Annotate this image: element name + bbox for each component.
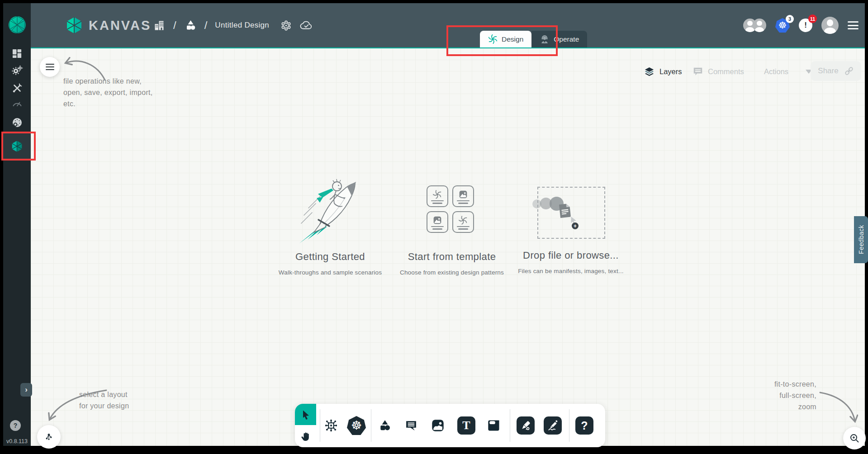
comments-button[interactable]: Comments	[693, 62, 744, 80]
cursor-arrow-icon	[300, 409, 311, 420]
kubernetes-wheel-icon: ☸	[347, 416, 366, 435]
drop-file-card[interactable]: Drop file or browse... Files can be mani…	[496, 250, 645, 274]
tab-operate-label: Operate	[554, 35, 579, 43]
organization-icon[interactable]	[154, 19, 166, 31]
image-glyph	[433, 216, 442, 225]
sidebar-item-performance[interactable]	[3, 96, 31, 111]
header-actions: ☸ 3 ! 11	[743, 3, 859, 47]
feedback-label: Feedback	[858, 225, 865, 255]
feedback-tab[interactable]: Feedback	[854, 216, 868, 263]
comments-icon	[693, 66, 703, 77]
layout-selector-button[interactable]	[37, 425, 61, 449]
component-tool[interactable]	[321, 416, 341, 435]
template-tile	[427, 211, 448, 233]
user-avatar[interactable]	[821, 17, 839, 34]
design-name[interactable]: Untitled Design	[215, 21, 269, 30]
actions-dropdown[interactable]: Actions	[764, 62, 812, 80]
component-chip-icon	[324, 418, 338, 433]
sidebar-item-dashboard[interactable]	[3, 46, 31, 61]
window-shape-icon	[487, 419, 501, 432]
meshery-ball-icon	[7, 15, 27, 35]
actions-label: Actions	[764, 67, 788, 76]
brand-wordmark: KANVAS	[89, 18, 151, 33]
kubernetes-status-chip[interactable]: ☸ 3	[775, 18, 790, 33]
operate-person-icon	[540, 34, 550, 44]
gears-icon	[11, 65, 23, 76]
link-icon	[844, 66, 854, 76]
pen-tool[interactable]	[516, 416, 536, 435]
meshery-logo[interactable]	[3, 13, 31, 37]
layers-icon	[644, 66, 655, 77]
menu-icon[interactable]	[848, 21, 859, 29]
version-label: v0.8.113	[3, 438, 31, 445]
rocket-illustration	[295, 175, 369, 246]
sidebar-item-kanvas[interactable]	[3, 133, 31, 159]
share-label: Share	[818, 66, 838, 76]
sidebar-item-extensions[interactable]	[3, 114, 31, 131]
mode-tabs: Design Operate	[480, 31, 587, 47]
notifications-chip[interactable]: ! 11	[799, 19, 812, 32]
top-header: KANVAS /	[31, 3, 865, 48]
template-tile	[452, 211, 474, 233]
freehand-tool[interactable]	[543, 416, 563, 435]
pan-tool[interactable]	[295, 426, 316, 447]
tool-dock: ☸ T	[295, 404, 605, 447]
toolbar-divider	[569, 409, 569, 442]
graph-layout-icon	[44, 432, 54, 442]
sidebar-expand-button[interactable]: ›	[20, 383, 32, 397]
text-tool[interactable]: T	[456, 416, 476, 435]
question-icon: ?	[14, 422, 18, 429]
share-button[interactable]: Share	[811, 61, 861, 81]
kanvas-brand[interactable]: KANVAS	[65, 3, 151, 47]
hand-icon	[300, 431, 311, 442]
help-button[interactable]: ?	[10, 420, 21, 431]
comments-label: Comments	[708, 67, 744, 76]
file-menu-button[interactable]	[40, 57, 60, 77]
avatar	[753, 19, 766, 32]
left-sidebar: › ? v0.8.113	[3, 3, 31, 446]
dashboard-icon	[12, 48, 22, 59]
node-tool[interactable]	[484, 416, 504, 435]
zoom-button[interactable]	[843, 427, 866, 449]
tab-operate[interactable]: Operate	[531, 31, 587, 47]
swirl-glyph	[433, 190, 442, 199]
collaborator-avatars[interactable]	[743, 19, 766, 32]
breadcrumb-separator: /	[204, 19, 208, 32]
image-tool[interactable]	[428, 416, 448, 435]
template-tile	[452, 185, 474, 207]
toolbar-help-button[interactable]: ?	[574, 416, 594, 435]
gauge-icon	[12, 98, 23, 109]
sidebar-item-configuration[interactable]	[3, 80, 31, 96]
breadcrumb-separator: /	[173, 19, 176, 32]
annotation-zoom-controls: fit-to-screen, full-screen, zoom	[726, 378, 816, 412]
chevron-right-icon: ›	[25, 385, 28, 394]
notification-count-badge: 11	[808, 14, 817, 23]
breadcrumb: / / Untitled Design	[154, 3, 313, 47]
sidebar-item-lifecycle[interactable]	[3, 63, 31, 78]
tools-icon	[12, 83, 23, 94]
workspace-shapes-icon[interactable]	[184, 19, 197, 32]
select-tool[interactable]	[295, 404, 316, 425]
kubernetes-tool[interactable]: ☸	[346, 416, 366, 435]
layers-button[interactable]: Layers	[644, 62, 682, 80]
image-icon	[431, 419, 445, 432]
template-tile	[427, 185, 448, 207]
app-window: › ? v0.8.113 KANVAS	[3, 3, 865, 446]
pen-icon	[520, 420, 531, 431]
template-thumbnails[interactable]	[427, 185, 474, 233]
kubernetes-count-badge: 3	[786, 15, 794, 23]
environment-flower-icon[interactable]	[280, 20, 292, 31]
cloud-saved-icon[interactable]	[299, 19, 313, 31]
design-swirl-icon	[488, 34, 498, 44]
shapes-icon	[379, 419, 391, 432]
toolbar-divider	[371, 409, 371, 442]
toolbar-divider	[320, 409, 320, 442]
swirl-glyph	[459, 216, 468, 225]
toolbar-divider	[510, 409, 510, 442]
tab-design[interactable]: Design	[480, 31, 531, 47]
shapes-tool[interactable]	[375, 416, 395, 435]
annotation-file-operations: file operations like new, open, save, ex…	[63, 76, 167, 109]
comment-tool[interactable]	[401, 416, 421, 435]
zoom-in-icon	[849, 433, 860, 444]
text-tool-glyph: T	[462, 419, 470, 432]
